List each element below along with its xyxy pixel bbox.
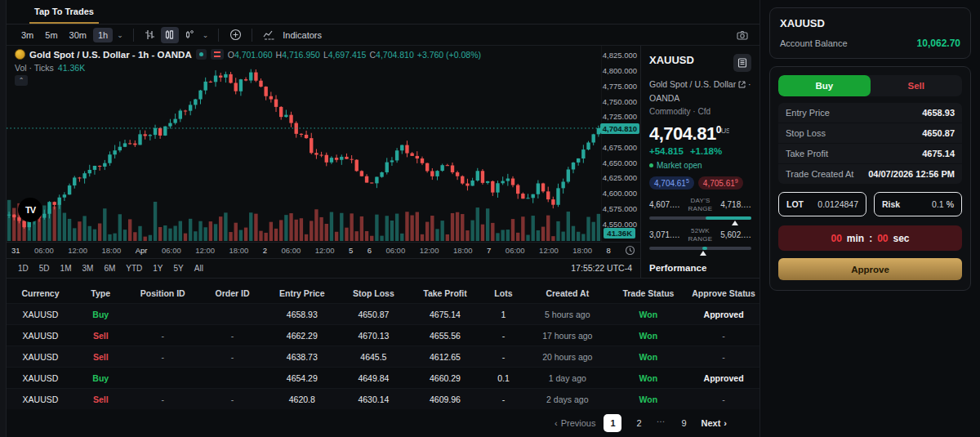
column-header: Order ID bbox=[198, 288, 266, 298]
axis-settings-icon[interactable] bbox=[611, 245, 635, 256]
timeframe-3m[interactable]: 3m bbox=[16, 28, 38, 42]
time-label: 06:00 bbox=[34, 246, 54, 255]
price-currency: USD bbox=[721, 127, 729, 135]
column-header: Entry Price bbox=[266, 288, 338, 298]
time-axis[interactable]: 3106:0012:0018:00Apr06:0012:0018:00206:0… bbox=[7, 242, 640, 258]
table-row[interactable]: XAUUSDSell--4662.294670.134655.56-17 hou… bbox=[7, 324, 760, 346]
trade-panel: XAUUSD Account Balance 10,062.70 Buy Sel… bbox=[760, 0, 980, 437]
bid-pill[interactable]: 4,704.615 bbox=[649, 176, 694, 190]
price-tick: 4,600.000 bbox=[603, 189, 637, 198]
time-label: 18:00 bbox=[453, 246, 473, 255]
time-label: 12:00 bbox=[539, 246, 559, 255]
range-button-all[interactable]: All bbox=[194, 264, 203, 273]
wk-range-low: 3,071.… bbox=[649, 230, 680, 239]
ohlc-pair: C4,704.810 bbox=[369, 50, 413, 60]
chart-column: Gold Spot / U.S. Dollar - 1h - OANDA O4,… bbox=[7, 46, 640, 278]
range-button-ytd[interactable]: YTD bbox=[126, 264, 142, 273]
symbol-panel-title: XAUUSD bbox=[649, 54, 694, 66]
collapse-pane-button[interactable]: ⌃ bbox=[15, 75, 28, 86]
order-field-row: Trade Created At04/07/2026 12:56 PM bbox=[778, 164, 962, 184]
page-button-1[interactable]: 1 bbox=[604, 414, 621, 432]
series-visibility-toggle[interactable] bbox=[196, 49, 207, 60]
camera-icon[interactable] bbox=[733, 27, 751, 43]
table-row[interactable]: XAUUSDBuy4654.294649.844660.290.11 day a… bbox=[7, 367, 760, 388]
next-page-button[interactable]: Next› bbox=[701, 418, 727, 428]
style-chevron-icon[interactable]: ⌄ bbox=[200, 31, 212, 39]
page-button-2[interactable]: 2 bbox=[630, 414, 648, 432]
price-scale[interactable]: 4,825.0004,800.0004,775.0004,750.0004,72… bbox=[601, 46, 640, 242]
column-header: Take Profit bbox=[409, 288, 481, 298]
chart-section: Gold Spot / U.S. Dollar - 1h - OANDA O4,… bbox=[7, 46, 760, 278]
previous-page-button[interactable]: ‹Previous bbox=[555, 418, 595, 428]
column-header: Approve Status bbox=[688, 288, 760, 298]
column-header: Currency bbox=[7, 288, 74, 298]
timeframe-1h[interactable]: 1h bbox=[93, 28, 113, 42]
news-journal-icon[interactable] bbox=[733, 54, 751, 72]
days-range-marker bbox=[732, 221, 738, 225]
risk-input[interactable]: Risk 0.1% bbox=[874, 192, 962, 216]
ask-pill[interactable]: 4,705.619 bbox=[698, 176, 743, 190]
time-label: 06:00 bbox=[162, 246, 181, 255]
timeframe-5m[interactable]: 5m bbox=[40, 28, 62, 42]
price-tick: 4,575.000 bbox=[603, 204, 637, 213]
symbol-description[interactable]: Gold Spot / U.S. Dollar · OANDA bbox=[649, 78, 751, 105]
time-label: 12:00 bbox=[195, 246, 215, 255]
chart-footer: 1D5D1M3M6MYTD1Y5YAll 17:55:22 UTC-4 bbox=[7, 258, 640, 277]
time-label: 18:00 bbox=[572, 246, 592, 255]
indicators-icon[interactable] bbox=[260, 27, 278, 43]
page-numbers: 12…9 bbox=[604, 414, 693, 432]
bars-style-icon[interactable] bbox=[141, 27, 159, 43]
time-label: 06:00 bbox=[506, 246, 525, 255]
time-label: 31 bbox=[11, 246, 20, 255]
symbol-change: +54.815+1.18% bbox=[649, 146, 751, 156]
time-label: 18:00 bbox=[102, 246, 122, 255]
chart-toolbar: 3m5m30m1h ⌄ ⌄ Indicators bbox=[7, 25, 760, 46]
range-button-1m[interactable]: 1M bbox=[60, 264, 72, 273]
page-button-9[interactable]: 9 bbox=[675, 414, 693, 432]
time-label: 18:00 bbox=[229, 246, 248, 255]
timeframe-30m[interactable]: 30m bbox=[65, 28, 91, 42]
approve-button[interactable]: Approve bbox=[778, 258, 962, 280]
bid-ask-row: 4,704.615 4,705.619 bbox=[649, 176, 751, 190]
table-row[interactable]: XAUUSDSell--4638.734645.54612.65-20 hour… bbox=[7, 346, 760, 367]
divider bbox=[218, 29, 219, 42]
chart-clock[interactable]: 17:55:22 UTC-4 bbox=[571, 263, 632, 273]
chart-symbol-title[interactable]: Gold Spot / U.S. Dollar - 1h - OANDA bbox=[29, 50, 192, 60]
compare-plus-icon[interactable] bbox=[226, 27, 244, 43]
lot-input[interactable]: LOT 0.0124847 bbox=[778, 192, 866, 216]
range-button-1d[interactable]: 1D bbox=[18, 264, 29, 273]
price-tick: 4,725.000 bbox=[603, 112, 637, 121]
symbol-type: Commodity · Cfd bbox=[649, 107, 751, 116]
range-button-3m[interactable]: 3M bbox=[82, 264, 94, 273]
time-label: 12:00 bbox=[68, 246, 87, 255]
table-row[interactable]: XAUUSDSell--4620.84630.144609.96-2 days … bbox=[7, 388, 760, 409]
range-button-5d[interactable]: 5D bbox=[39, 264, 50, 273]
order-fields: Entry Price4658.93Stop Loss4650.87Take P… bbox=[778, 103, 962, 184]
range-button-1y[interactable]: 1Y bbox=[153, 264, 163, 273]
table-row[interactable]: XAUUSDBuy4658.934650.874675.1415 hours a… bbox=[7, 303, 760, 324]
volume-legend: Vol · Ticks 41.36K bbox=[15, 63, 85, 73]
tab-tap-to-trades[interactable]: Tap To Trades bbox=[29, 0, 99, 24]
volume-value: 41.36K bbox=[58, 63, 85, 73]
candles-style-icon[interactable] bbox=[161, 27, 179, 43]
hollow-candles-style-icon[interactable] bbox=[180, 27, 198, 43]
wk-range-label: 52WKRANGE bbox=[688, 227, 713, 243]
column-header: Lots bbox=[481, 288, 526, 298]
range-button-5y[interactable]: 5Y bbox=[174, 264, 184, 273]
wk-range-high: 5,602.… bbox=[720, 230, 751, 239]
chart-legend: Gold Spot / U.S. Dollar - 1h - OANDA O4,… bbox=[15, 49, 481, 60]
indicators-label[interactable]: Indicators bbox=[283, 30, 322, 40]
column-header: Stop Loss bbox=[338, 288, 410, 298]
chevron-left-icon: ‹ bbox=[555, 418, 558, 428]
buy-button[interactable]: Buy bbox=[778, 75, 871, 96]
trade-panel-symbol: XAUUSD bbox=[780, 17, 960, 29]
range-button-6m[interactable]: 6M bbox=[104, 264, 115, 273]
volume-visibility-toggle[interactable] bbox=[211, 49, 224, 60]
last-price-badge: 4,704.810 bbox=[600, 123, 639, 134]
external-link-icon[interactable] bbox=[738, 79, 746, 92]
candlestick-chart[interactable]: Gold Spot / U.S. Dollar - 1h - OANDA O4,… bbox=[7, 46, 601, 242]
divider bbox=[252, 29, 252, 42]
sell-button[interactable]: Sell bbox=[871, 75, 963, 96]
tradingview-logo[interactable]: TV bbox=[18, 198, 42, 222]
timeframe-chevron-icon[interactable]: ⌄ bbox=[114, 31, 126, 39]
